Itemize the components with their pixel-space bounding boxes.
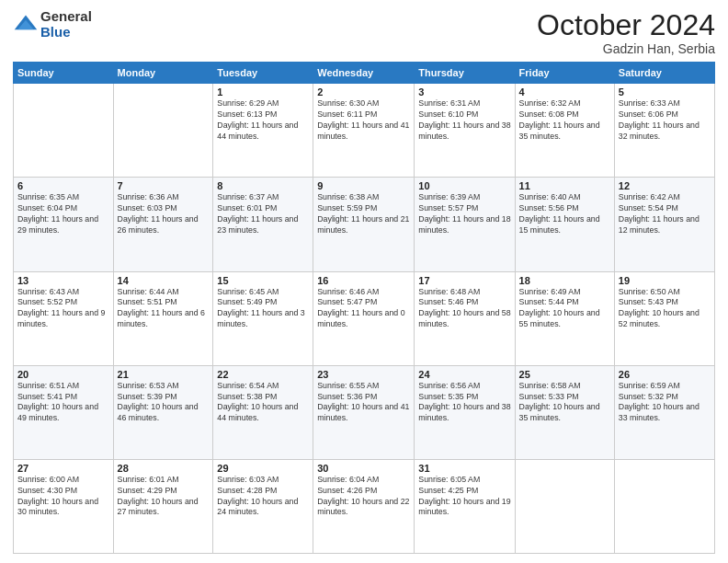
day-info: Sunrise: 6:29 AM Sunset: 6:13 PM Dayligh… (217, 98, 309, 143)
week-row-3: 13Sunrise: 6:43 AM Sunset: 5:52 PM Dayli… (14, 271, 715, 365)
day-info: Sunrise: 6:58 AM Sunset: 5:33 PM Dayligh… (519, 381, 610, 425)
day-number: 25 (519, 369, 610, 380)
week-row-1: 1Sunrise: 6:29 AM Sunset: 6:13 PM Daylig… (14, 84, 715, 178)
day-cell: 1Sunrise: 6:29 AM Sunset: 6:13 PM Daylig… (213, 84, 313, 178)
day-info: Sunrise: 6:53 AM Sunset: 5:39 PM Dayligh… (118, 381, 210, 425)
day-cell: 19Sunrise: 6:50 AM Sunset: 5:43 PM Dayli… (614, 271, 714, 365)
col-header-monday: Monday (113, 63, 213, 84)
day-cell: 9Sunrise: 6:38 AM Sunset: 5:59 PM Daylig… (313, 178, 415, 271)
day-cell: 25Sunrise: 6:58 AM Sunset: 5:33 PM Dayli… (515, 365, 614, 459)
title-month: October 2024 (537, 9, 715, 41)
day-number: 27 (17, 463, 109, 474)
day-info: Sunrise: 6:38 AM Sunset: 5:59 PM Dayligh… (317, 192, 410, 236)
day-number: 26 (619, 369, 711, 380)
day-info: Sunrise: 6:05 AM Sunset: 4:25 PM Dayligh… (418, 475, 510, 519)
day-number: 1 (217, 86, 309, 98)
day-number: 30 (317, 463, 410, 474)
week-row-5: 27Sunrise: 6:00 AM Sunset: 4:30 PM Dayli… (14, 459, 715, 553)
day-info: Sunrise: 6:54 AM Sunset: 5:38 PM Dayligh… (217, 381, 309, 425)
day-info: Sunrise: 6:39 AM Sunset: 5:57 PM Dayligh… (418, 192, 510, 236)
day-number: 8 (217, 180, 309, 191)
day-cell: 18Sunrise: 6:49 AM Sunset: 5:44 PM Dayli… (515, 271, 614, 365)
day-info: Sunrise: 6:00 AM Sunset: 4:30 PM Dayligh… (17, 475, 109, 519)
header: General Blue October 2024 Gadzin Han, Se… (13, 9, 715, 56)
day-number: 18 (519, 275, 610, 286)
logo-text: General Blue (40, 9, 92, 40)
day-number: 2 (317, 86, 410, 98)
day-info: Sunrise: 6:49 AM Sunset: 5:44 PM Dayligh… (519, 287, 610, 331)
day-number: 5 (619, 86, 711, 98)
day-info: Sunrise: 6:01 AM Sunset: 4:29 PM Dayligh… (118, 475, 210, 519)
day-cell: 4Sunrise: 6:32 AM Sunset: 6:08 PM Daylig… (515, 84, 614, 178)
logo: General Blue (13, 9, 92, 40)
day-number: 9 (317, 180, 410, 191)
day-cell: 6Sunrise: 6:35 AM Sunset: 6:04 PM Daylig… (14, 178, 114, 271)
day-info: Sunrise: 6:50 AM Sunset: 5:43 PM Dayligh… (619, 287, 711, 331)
day-cell (113, 84, 213, 178)
day-cell: 15Sunrise: 6:45 AM Sunset: 5:49 PM Dayli… (213, 271, 313, 365)
day-cell: 12Sunrise: 6:42 AM Sunset: 5:54 PM Dayli… (614, 178, 714, 271)
title-location: Gadzin Han, Serbia (537, 41, 715, 56)
day-cell: 28Sunrise: 6:01 AM Sunset: 4:29 PM Dayli… (113, 459, 213, 553)
day-number: 23 (317, 369, 410, 380)
day-number: 10 (418, 180, 510, 191)
day-cell: 16Sunrise: 6:46 AM Sunset: 5:47 PM Dayli… (313, 271, 415, 365)
day-cell: 17Sunrise: 6:48 AM Sunset: 5:46 PM Dayli… (415, 271, 515, 365)
day-info: Sunrise: 6:42 AM Sunset: 5:54 PM Dayligh… (619, 192, 711, 236)
day-info: Sunrise: 6:51 AM Sunset: 5:41 PM Dayligh… (17, 381, 109, 425)
day-number: 17 (418, 275, 510, 286)
day-info: Sunrise: 6:45 AM Sunset: 5:49 PM Dayligh… (217, 287, 309, 331)
day-cell: 7Sunrise: 6:36 AM Sunset: 6:03 PM Daylig… (113, 178, 213, 271)
day-cell: 22Sunrise: 6:54 AM Sunset: 5:38 PM Dayli… (213, 365, 313, 459)
day-info: Sunrise: 6:40 AM Sunset: 5:56 PM Dayligh… (519, 192, 610, 236)
day-info: Sunrise: 6:43 AM Sunset: 5:52 PM Dayligh… (17, 287, 109, 331)
day-number: 24 (418, 369, 510, 380)
day-number: 22 (217, 369, 309, 380)
day-number: 16 (317, 275, 410, 286)
day-info: Sunrise: 6:30 AM Sunset: 6:11 PM Dayligh… (317, 98, 410, 143)
day-info: Sunrise: 6:35 AM Sunset: 6:04 PM Dayligh… (17, 192, 109, 236)
day-info: Sunrise: 6:56 AM Sunset: 5:35 PM Dayligh… (418, 381, 510, 425)
col-header-saturday: Saturday (614, 63, 714, 84)
day-number: 13 (17, 275, 109, 286)
day-cell: 5Sunrise: 6:33 AM Sunset: 6:06 PM Daylig… (614, 84, 714, 178)
day-cell: 8Sunrise: 6:37 AM Sunset: 6:01 PM Daylig… (213, 178, 313, 271)
logo-blue-text: Blue (40, 25, 92, 40)
day-info: Sunrise: 6:44 AM Sunset: 5:51 PM Dayligh… (118, 287, 210, 331)
day-info: Sunrise: 6:46 AM Sunset: 5:47 PM Dayligh… (317, 287, 410, 331)
day-info: Sunrise: 6:31 AM Sunset: 6:10 PM Dayligh… (418, 98, 510, 143)
day-number: 12 (619, 180, 711, 191)
day-info: Sunrise: 6:33 AM Sunset: 6:06 PM Dayligh… (619, 98, 711, 143)
day-cell: 27Sunrise: 6:00 AM Sunset: 4:30 PM Dayli… (14, 459, 114, 553)
day-number: 6 (17, 180, 109, 191)
day-info: Sunrise: 6:37 AM Sunset: 6:01 PM Dayligh… (217, 192, 309, 236)
col-header-wednesday: Wednesday (313, 63, 415, 84)
day-cell (14, 84, 114, 178)
day-info: Sunrise: 6:03 AM Sunset: 4:28 PM Dayligh… (217, 475, 309, 519)
col-header-sunday: Sunday (14, 63, 114, 84)
day-number: 4 (519, 86, 610, 98)
title-block: October 2024 Gadzin Han, Serbia (537, 9, 715, 56)
week-row-2: 6Sunrise: 6:35 AM Sunset: 6:04 PM Daylig… (14, 178, 715, 271)
day-number: 29 (217, 463, 309, 474)
day-cell: 23Sunrise: 6:55 AM Sunset: 5:36 PM Dayli… (313, 365, 415, 459)
day-number: 19 (619, 275, 711, 286)
day-number: 14 (118, 275, 210, 286)
day-cell: 21Sunrise: 6:53 AM Sunset: 5:39 PM Dayli… (113, 365, 213, 459)
day-cell: 11Sunrise: 6:40 AM Sunset: 5:56 PM Dayli… (515, 178, 614, 271)
day-cell: 14Sunrise: 6:44 AM Sunset: 5:51 PM Dayli… (113, 271, 213, 365)
day-cell: 30Sunrise: 6:04 AM Sunset: 4:26 PM Dayli… (313, 459, 415, 553)
day-info: Sunrise: 6:55 AM Sunset: 5:36 PM Dayligh… (317, 381, 410, 425)
day-number: 7 (118, 180, 210, 191)
day-number: 3 (418, 86, 510, 98)
day-cell: 10Sunrise: 6:39 AM Sunset: 5:57 PM Dayli… (415, 178, 515, 271)
day-cell (515, 459, 614, 553)
day-info: Sunrise: 6:59 AM Sunset: 5:32 PM Dayligh… (619, 381, 711, 425)
day-number: 28 (118, 463, 210, 474)
day-cell: 13Sunrise: 6:43 AM Sunset: 5:52 PM Dayli… (14, 271, 114, 365)
day-number: 31 (418, 463, 510, 474)
col-header-tuesday: Tuesday (213, 63, 313, 84)
header-row: SundayMondayTuesdayWednesdayThursdayFrid… (14, 63, 715, 84)
day-info: Sunrise: 6:36 AM Sunset: 6:03 PM Dayligh… (118, 192, 210, 236)
col-header-thursday: Thursday (415, 63, 515, 84)
